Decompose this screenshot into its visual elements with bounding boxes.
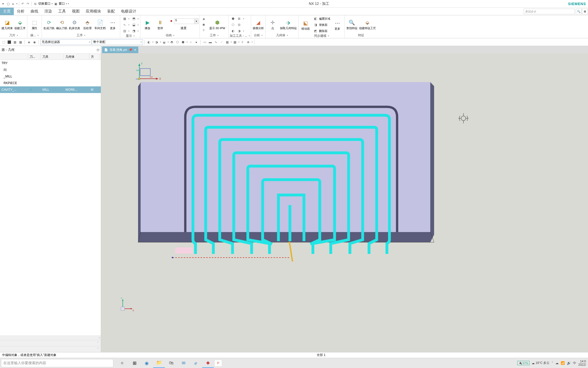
disp-btn-3[interactable]: ▤: [122, 28, 127, 33]
col-geometry[interactable]: 几何体: [64, 54, 89, 60]
stop-button[interactable]: ■: [168, 18, 174, 24]
sel-btn-1[interactable]: ⬚: [1, 40, 6, 45]
mt-btn-3[interactable]: ⬠: [230, 22, 236, 27]
taskview-button[interactable]: ⊞: [129, 358, 140, 368]
window-menu-label[interactable]: 窗口: [59, 2, 65, 6]
ppt-button[interactable]: P: [214, 360, 222, 366]
speed-input[interactable]: 5: [174, 18, 194, 24]
sel-btn-14[interactable]: ●: [194, 40, 199, 45]
shopdoc-button[interactable]: 📄车间文档: [94, 18, 106, 30]
tray-cloud-icon[interactable]: ☁: [555, 361, 559, 365]
mail-button[interactable]: ✉: [178, 358, 189, 368]
part-btn-2[interactable]: ◉: [201, 22, 206, 27]
menu-app-module[interactable]: 应用模块: [83, 8, 104, 15]
replace-face-button[interactable]: ◨替换面: [312, 22, 331, 28]
mt-btn-2[interactable]: ⊞: [236, 16, 242, 21]
tree-row-unused[interactable]: 问: [0, 66, 101, 73]
play-button[interactable]: ▶播放: [141, 18, 154, 30]
col-method[interactable]: 方: [89, 54, 100, 60]
explorer-button[interactable]: 📁: [153, 358, 165, 368]
edge-button[interactable]: ◉: [141, 358, 153, 368]
sel-btn-13[interactable]: ○: [188, 40, 193, 45]
tree-row-workpiece[interactable]: RKPIECE: [0, 80, 101, 86]
store-button[interactable]: 🛍: [165, 358, 177, 368]
sel-btn-10[interactable]: ◓: [169, 40, 174, 45]
tray-ime[interactable]: 中: [573, 361, 576, 365]
tree-row-cavity[interactable]: CAVITY_... ✓ MILL WORK... M: [0, 86, 101, 93]
mt-btn-4[interactable]: ⊟: [236, 22, 242, 27]
menu-view[interactable]: 视图: [69, 8, 83, 15]
menu-render[interactable]: 渲染: [41, 8, 55, 15]
cortana-button[interactable]: ○: [116, 358, 128, 368]
filter-select[interactable]: 无选择过滤器▾: [40, 39, 91, 45]
qat-dropdown[interactable]: ▾: [16, 3, 17, 5]
tab-close-button[interactable]: ✕: [134, 48, 136, 52]
battery-indicator[interactable]: 🔌 97%: [517, 361, 530, 365]
tree-row-mill[interactable]: _MILL: [0, 73, 101, 80]
qat-more[interactable]: ▾: [68, 3, 69, 5]
browser2-button[interactable]: ℯ: [190, 358, 202, 368]
sel-btn-20[interactable]: ▩: [232, 40, 237, 45]
sel-btn-12[interactable]: ⬢: [180, 40, 186, 45]
window-switch-icon[interactable]: ⧉: [33, 2, 37, 6]
extract-geom-button[interactable]: ⬗抽取几何特征: [279, 18, 297, 30]
tray-date[interactable]: 2022/: [578, 363, 586, 366]
col-tool-abbr[interactable]: 刀...: [28, 54, 41, 60]
machine-sim-button[interactable]: ⚙机床仿真: [68, 18, 81, 30]
sel-btn-3[interactable]: ▦: [12, 40, 17, 45]
sel-btn-17[interactable]: ∿: [213, 40, 218, 45]
menu-electrode[interactable]: 电极设计: [118, 8, 139, 15]
menu-analysis[interactable]: 分析: [14, 8, 28, 15]
sel-btn-9[interactable]: ◒: [162, 40, 167, 45]
create-geometry-button[interactable]: ◪ 建几何体: [1, 18, 13, 30]
redo-icon[interactable]: ↷: [26, 2, 30, 6]
assembly-select[interactable]: 整个装配▾: [92, 39, 143, 45]
sel-btn-5[interactable]: ◈: [26, 40, 31, 45]
delete-face-button[interactable]: ◩删除面: [312, 28, 331, 34]
properties-button[interactable]: ⬚ 属性: [28, 18, 41, 30]
disp-btn-5[interactable]: ⬓: [131, 22, 137, 27]
panel-chevron-2[interactable]: ˅: [95, 347, 101, 351]
sel-btn-7[interactable]: ◐: [146, 40, 151, 45]
sync-more-button[interactable]: ⋯更多: [331, 19, 344, 31]
draft-analysis-button[interactable]: ◢拔模分析: [252, 18, 264, 30]
save-icon[interactable]: ▸: [11, 2, 15, 6]
sel-btn-6[interactable]: ◉: [32, 40, 37, 45]
tray-time[interactable]: 14:0: [580, 360, 586, 363]
mt-btn-6[interactable]: ◑: [236, 28, 242, 33]
tab-pin-icon[interactable]: 📌: [129, 48, 132, 52]
tray-network-icon[interactable]: 📶: [561, 361, 565, 365]
disp-btn-2[interactable]: ∿: [122, 22, 127, 27]
panel-hscroll[interactable]: ›: [0, 335, 101, 340]
document-tab[interactable]: 📄 等高 拐角.prt 📌 ✕: [102, 47, 138, 53]
sel-btn-16[interactable]: ▬: [208, 40, 213, 45]
panel-chevron-1[interactable]: ˅: [95, 341, 101, 345]
sel-btn-15[interactable]: ▭: [202, 40, 207, 45]
verify-toolpath-button[interactable]: ⟲确认刀轨: [56, 18, 68, 30]
menu-curve[interactable]: 曲线: [28, 8, 41, 15]
disp-btn-4[interactable]: ⬒: [131, 16, 137, 21]
menu-tools[interactable]: 工具: [55, 8, 69, 15]
command-options-button[interactable]: ⚙: [582, 9, 588, 14]
nx-app-button[interactable]: ◆: [202, 358, 214, 368]
create-feature-process-button[interactable]: ⬙创建特征工艺: [359, 18, 376, 30]
mt-btn-5[interactable]: ◐: [230, 28, 236, 33]
tree-row-geometry[interactable]: TRY: [0, 60, 101, 66]
menu-assembly[interactable]: 装配: [104, 8, 118, 15]
command-search-button[interactable]: 🔍: [576, 9, 582, 14]
sel-btn-19[interactable]: ▦: [225, 40, 230, 45]
part-btn-3[interactable]: ◊: [201, 28, 206, 33]
process-more-button[interactable]: ⋯更多: [107, 18, 119, 30]
col-tool[interactable]: 刀具: [41, 54, 64, 60]
sel-btn-8[interactable]: ◑: [154, 40, 159, 45]
window-icon[interactable]: ▣: [54, 2, 58, 6]
command-search-input[interactable]: 查找命令: [524, 9, 575, 14]
point-button[interactable]: ✛点: [267, 18, 279, 30]
create-operation-button[interactable]: ⬙ 创建工序: [14, 18, 26, 30]
find-feature-button[interactable]: 🔍查找特征: [346, 18, 358, 30]
part-btn-1[interactable]: ◈: [201, 16, 206, 21]
show-3d-ipw-button[interactable]: ⬢显示 3D IPW: [207, 18, 227, 30]
sel-btn-18[interactable]: ⟋: [219, 40, 224, 45]
postprocess-button[interactable]: ⬘后处理: [81, 18, 93, 30]
pause-button[interactable]: ⏸暂停: [154, 18, 166, 30]
